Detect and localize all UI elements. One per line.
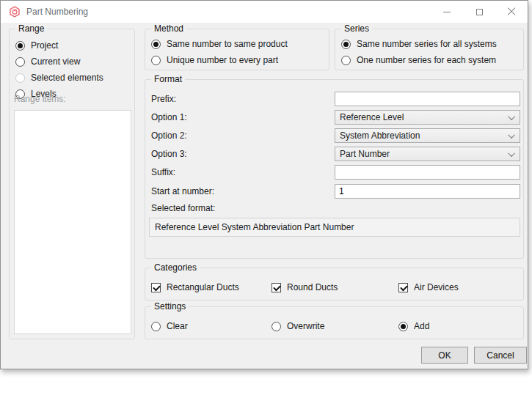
radio-label: Selected elements [31,73,103,83]
radio-one-series-each-system[interactable]: One number series for each system [341,55,496,65]
categories-legend: Categories [151,262,200,273]
radio-icon [272,322,281,331]
radio-icon [151,40,161,49]
format-group: Format Prefix: Option 1: Reference Level… [145,79,524,259]
settings-legend: Settings [151,301,189,312]
prefix-label: Prefix: [151,94,176,104]
option1-select[interactable]: Reference Level [335,110,520,125]
radio-icon [15,73,25,83]
range-legend: Range [15,23,47,34]
radio-icon [15,41,25,51]
radio-icon [398,322,408,331]
checkbox-label: Rectangular Ducts [167,282,239,292]
radio-icon [151,56,161,65]
chevron-down-icon [508,113,515,120]
series-legend: Series [341,23,372,34]
radio-label: Overwrite [287,321,324,331]
option3-select[interactable]: Part Number [335,147,520,161]
minimize-icon [443,12,451,12]
method-group: Method Same number to same product Uniqu… [145,29,329,70]
cancel-button[interactable]: Cancel [474,347,527,364]
option3-value: Part Number [340,149,390,159]
radio-label: One number series for each system [357,55,496,65]
selected-format-value: Reference Level System Abbreviation Part… [155,222,354,232]
start-at-number-label: Start at number: [151,186,214,196]
range-items-listbox[interactable] [14,110,131,334]
checkbox-icon [151,283,161,292]
radio-icon [341,56,351,65]
checkbox-icon [398,283,408,292]
radio-project[interactable]: Project [15,40,58,51]
range-items-label: Range items: [14,94,66,104]
radio-icon [341,40,351,49]
prefix-input[interactable] [335,92,520,106]
method-legend: Method [151,23,186,34]
radio-overwrite[interactable]: Overwrite [272,321,324,331]
checkbox-round-ducts[interactable]: Round Ducts [272,282,338,292]
selected-format-label: Selected format: [151,203,215,213]
radio-label: Same number series for all systems [357,39,497,49]
radio-current-view[interactable]: Current view [15,56,80,67]
radio-label: Project [31,40,58,51]
option1-label: Option 1: [151,112,187,122]
radio-label: Unique number to every part [167,55,278,65]
app-logo-icon [9,6,21,18]
suffix-input[interactable] [335,165,520,180]
chevron-down-icon [508,150,515,157]
radio-clear[interactable]: Clear [151,321,188,331]
close-icon [507,7,516,16]
radio-selected-elements: Selected elements [15,73,103,83]
radio-same-number-same-product[interactable]: Same number to same product [151,39,288,49]
minimize-button[interactable] [431,1,463,23]
maximize-icon [476,9,483,15]
suffix-label: Suffix: [151,167,175,177]
radio-icon [151,322,161,331]
radio-label: Add [414,321,429,331]
start-at-number-input[interactable] [335,184,520,199]
radio-icon [15,57,25,67]
checkbox-rectangular-ducts[interactable]: Rectangular Ducts [151,282,239,292]
radio-unique-number-every-part[interactable]: Unique number to every part [151,55,278,65]
window-title: Part Numbering [26,7,88,17]
close-button[interactable] [495,1,528,23]
option3-label: Option 3: [151,149,187,159]
option2-value: System Abbreviation [340,130,420,141]
option1-value: Reference Level [340,112,404,122]
radio-label: Clear [167,321,188,331]
series-group: Series Same number series for all system… [335,29,524,70]
ok-button[interactable]: OK [421,347,468,364]
chevron-down-icon [508,131,515,139]
categories-group: Categories Rectangular Ducts Round Ducts… [145,268,524,301]
radio-label: Same number to same product [167,39,288,49]
checkbox-air-devices[interactable]: Air Devices [398,282,459,292]
checkbox-icon [272,283,281,292]
checkbox-label: Air Devices [414,282,459,292]
maximize-button[interactable] [463,1,495,23]
part-numbering-dialog: Part Numbering Range Project Current vie… [0,0,528,369]
radio-label: Current view [31,56,80,67]
radio-same-series-all-systems[interactable]: Same number series for all systems [341,39,497,49]
range-group: Range Project Current view Selected elem… [9,29,135,339]
selected-format-box: Reference Level System Abbreviation Part… [149,218,520,237]
radio-add[interactable]: Add [398,321,429,331]
format-legend: Format [151,74,185,85]
checkbox-label: Round Ducts [287,282,338,292]
option2-label: Option 2: [151,130,187,141]
settings-group: Settings Clear Overwrite Add [145,306,524,339]
title-bar: Part Numbering [1,1,528,23]
option2-select[interactable]: System Abbreviation [335,128,520,143]
